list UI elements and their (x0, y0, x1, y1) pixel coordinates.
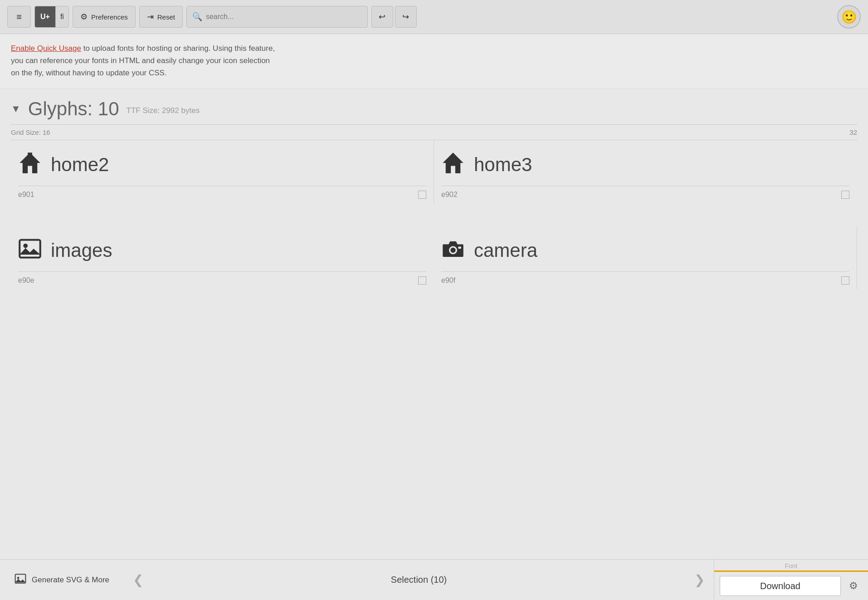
search-icon: 🔍 (192, 12, 202, 22)
reset-icon: ⇥ (147, 12, 154, 22)
home3-checkbox[interactable] (841, 191, 849, 199)
hamburger-icon: ≡ (16, 12, 22, 22)
images-code: e90e (18, 276, 34, 285)
gear-icon: ⚙ (80, 12, 88, 22)
grid-size-right: 32 (849, 128, 857, 136)
generate-label: Generate SVG & More (32, 575, 109, 585)
redo-icon: ↪ (402, 12, 409, 22)
images-name: images (51, 240, 112, 261)
search-box: 🔍 (186, 6, 368, 28)
glyph-name-row-camera: camera (441, 237, 849, 264)
glyph-code-row-home3: e902 (441, 186, 849, 203)
grid-size-row: Grid Size: 16 32 (11, 124, 857, 140)
glyphs-header: ▼ Glyphs: 10 TTF Size: 2992 bytes (11, 98, 857, 120)
download-row: Download ⚙ (714, 572, 868, 600)
fi-button[interactable]: fi (55, 6, 68, 27)
svg-point-2 (23, 243, 28, 248)
download-settings-button[interactable]: ⚙ (844, 577, 863, 595)
banner-text2: you can reference your fonts in HTML and… (11, 56, 270, 65)
glyph-name-row-images: images (18, 237, 426, 264)
home2-icon (18, 151, 42, 178)
home3-code: e902 (441, 191, 458, 199)
glyph-name-row-home2: home2 (18, 151, 426, 178)
grid-size-label: Grid Size: 16 (11, 128, 50, 136)
glyph-item-images: images e90e (11, 226, 434, 289)
camera-code: e90f (441, 276, 455, 285)
camera-checkbox[interactable] (841, 276, 849, 285)
undo-redo-group: ↩ ↪ (371, 6, 417, 28)
user-avatar: 🙂 (837, 5, 861, 29)
generate-icon (15, 573, 26, 587)
banner-text3: on the fly, without having to update you… (11, 69, 167, 77)
glyphs-title: Glyphs: 10 (28, 98, 119, 120)
glyph-spacer (11, 203, 857, 226)
download-button[interactable]: Download (720, 576, 841, 596)
glyph-code-row-images: e90e (18, 271, 426, 289)
svg-rect-5 (458, 246, 461, 249)
quick-usage-banner: Enable Quick Usage to upload fonts for h… (0, 34, 868, 89)
svg-point-7 (17, 576, 20, 579)
svg-point-4 (450, 247, 455, 252)
collapse-button[interactable]: ▼ (11, 103, 21, 115)
menu-button[interactable]: ≡ (7, 6, 31, 28)
glyph-item-home2: home2 e901 (11, 140, 434, 203)
selection-text: Selection (10) (391, 575, 447, 585)
download-settings-icon: ⚙ (849, 580, 858, 591)
download-panel: Font Download ⚙ (714, 560, 868, 600)
main-content: ▼ Glyphs: 10 TTF Size: 2992 bytes Grid S… (0, 89, 868, 289)
images-checkbox[interactable] (418, 276, 426, 285)
fi-label: fi (60, 13, 64, 21)
glyph-item-home3: home3 e902 (434, 140, 857, 203)
glyph-item-camera: camera e90f (434, 226, 857, 289)
generate-svg-button[interactable]: Generate SVG & More (0, 560, 124, 600)
reset-button[interactable]: ⇥ Reset (139, 6, 183, 28)
next-icon: ❯ (694, 573, 705, 587)
unicode-button[interactable]: U+ (35, 6, 55, 27)
bottom-bar: Generate SVG & More ❮ Selection (10) ❯ F… (0, 559, 868, 600)
home3-name: home3 (474, 154, 532, 176)
preferences-button[interactable]: ⚙ Preferences (73, 6, 136, 28)
prev-button[interactable]: ❮ (124, 572, 152, 587)
glyph-code-row-camera: e90f (441, 271, 849, 289)
home2-name: home2 (51, 154, 109, 176)
glyph-name-row-home3: home3 (441, 151, 849, 178)
selection-label: Selection (10) (152, 575, 685, 585)
app-header: ≡ U+ fi ⚙ Preferences ⇥ Reset 🔍 ↩ ↪ 🙂 (0, 0, 868, 34)
collapse-icon: ▼ (11, 103, 21, 114)
home2-checkbox[interactable] (418, 191, 426, 199)
banner-text1: to upload fonts for hosting or sharing. … (81, 44, 275, 53)
undo-icon: ↩ (379, 12, 385, 22)
preferences-label: Preferences (91, 13, 128, 21)
download-label: Download (760, 581, 800, 591)
glyph-code-row-home2: e901 (18, 186, 426, 203)
reset-label: Reset (157, 13, 175, 21)
enable-quick-usage-link[interactable]: Enable Quick Usage (11, 44, 81, 53)
svg-rect-1 (20, 240, 40, 257)
camera-icon (441, 237, 465, 264)
images-icon (18, 237, 42, 264)
font-label: Font (714, 560, 868, 572)
home3-icon (441, 151, 465, 178)
glyphs-ttf-size: TTF Size: 2992 bytes (127, 106, 200, 115)
glyph-grid: home2 e901 home3 e902 (11, 140, 857, 289)
home2-code: e901 (18, 191, 34, 199)
camera-name: camera (474, 240, 537, 261)
unicode-label: U+ (40, 13, 50, 21)
redo-button[interactable]: ↪ (395, 6, 417, 28)
svg-rect-0 (28, 152, 32, 158)
undo-button[interactable]: ↩ (371, 6, 393, 28)
prev-icon: ❮ (133, 573, 143, 587)
search-input[interactable] (206, 13, 362, 21)
smiley-icon: 🙂 (841, 10, 857, 25)
next-button[interactable]: ❯ (685, 572, 714, 587)
